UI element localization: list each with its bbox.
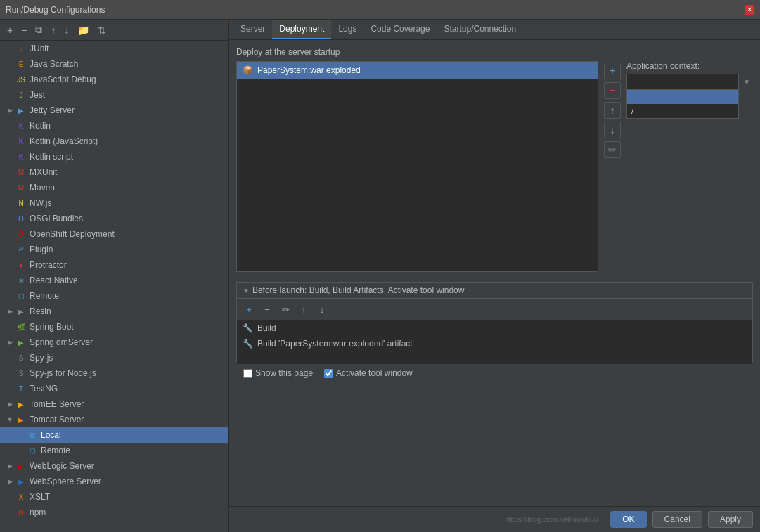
- item-icon-jetty-server: ▶: [15, 105, 27, 116]
- activate-tool-checkbox[interactable]: [324, 369, 333, 378]
- dropdown-option-slash[interactable]: /: [627, 104, 738, 118]
- item-icon-plugin: P: [15, 244, 27, 255]
- deploy-item-icon-paper-system: 📦: [243, 65, 253, 75]
- sidebar-item-remote-tomcat[interactable]: ⬡Remote: [0, 443, 228, 458]
- item-label-testng: TestNG: [30, 384, 58, 394]
- remove-config-button[interactable]: −: [18, 23, 30, 37]
- cancel-button[interactable]: Cancel: [652, 511, 702, 528]
- sidebar-item-xslt[interactable]: XXSLT: [0, 489, 228, 505]
- sidebar-item-weblogic[interactable]: ▶▶WebLogic Server: [0, 458, 228, 474]
- expand-arrow-icon: ▶: [6, 477, 14, 486]
- sidebar-item-maven[interactable]: MMaven: [0, 180, 228, 195]
- item-label-react-native: React Native: [30, 275, 78, 285]
- tab-logs[interactable]: Logs: [331, 20, 363, 39]
- sidebar-item-openshift[interactable]: OOpenShift Deployment: [0, 226, 228, 242]
- item-icon-resin: ▶: [15, 306, 27, 317]
- item-label-remote-tomcat: Remote: [41, 446, 70, 455]
- expand-arrow-icon: ▶: [6, 400, 14, 408]
- apply-button[interactable]: Apply: [708, 511, 753, 528]
- sidebar-item-spring-dmserver[interactable]: ▶▶Spring dmServer: [0, 335, 228, 350]
- before-launch-down-button[interactable]: ↓: [314, 301, 330, 317]
- item-icon-weblogic: ▶: [15, 460, 27, 472]
- sidebar-item-jetty-server[interactable]: ▶▶Jetty Server: [0, 103, 228, 118]
- show-page-checkbox[interactable]: [243, 369, 252, 378]
- sidebar-item-osgi-bundles[interactable]: OOSGi Bundles: [0, 211, 228, 226]
- item-label-tomcat-server: Tomcat Server: [30, 415, 84, 424]
- before-launch-add-button[interactable]: +: [241, 301, 257, 317]
- move-up-button[interactable]: ↑: [48, 23, 58, 37]
- sidebar-item-tomee[interactable]: ▶▶TomEE Server: [0, 396, 228, 412]
- sidebar-item-resin[interactable]: ▶▶Resin: [0, 304, 228, 319]
- item-icon-remote: ⬡: [15, 290, 27, 301]
- before-launch-remove-button[interactable]: −: [259, 301, 275, 317]
- watermark: https://blog.csdn.net/knxu666: [506, 516, 598, 524]
- sidebar-item-websphere[interactable]: ▶▶WebSphere Server: [0, 474, 228, 489]
- sidebar-item-jest[interactable]: JJest: [0, 87, 228, 103]
- deploy-list: 📦PaperSystem:war exploded: [236, 61, 598, 272]
- sidebar-item-spy-js-nodejs[interactable]: SSpy-js for Node.js: [0, 365, 228, 381]
- item-icon-jest: J: [15, 89, 27, 100]
- before-launch-section: ▼ Before launch: Build, Build Artifacts,…: [236, 282, 753, 363]
- dropdown-option-empty[interactable]: [627, 90, 738, 104]
- sidebar-item-kotlin[interactable]: KKotlin: [0, 118, 228, 134]
- add-config-button[interactable]: +: [4, 23, 15, 37]
- deploy-add-button[interactable]: +: [604, 63, 621, 79]
- tab-server[interactable]: Server: [233, 20, 272, 39]
- deploy-item-paper-system[interactable]: 📦PaperSystem:war exploded: [237, 62, 598, 79]
- before-launch-title: Before launch: Build, Build Artifacts, A…: [252, 285, 465, 295]
- deploy-actions: + − ↑ ↓ ✏: [604, 61, 621, 272]
- deploy-down-button[interactable]: ↓: [604, 122, 621, 138]
- item-icon-websphere: ▶: [15, 476, 27, 487]
- sidebar-item-tomcat-server[interactable]: ▼▶Tomcat Server: [0, 412, 228, 427]
- sidebar-item-local[interactable]: 🖥Local: [0, 427, 228, 443]
- app-context-dropdown[interactable]: / ▼ /: [626, 74, 753, 89]
- sidebar-item-mxunit[interactable]: MMXUnit: [0, 164, 228, 180]
- close-button[interactable]: ✕: [745, 5, 754, 15]
- item-label-spring-boot: Spring Boot: [30, 322, 74, 332]
- tab-code-coverage[interactable]: Code Coverage: [363, 20, 437, 39]
- deploy-up-button[interactable]: ↑: [604, 102, 621, 119]
- item-icon-spy-js-nodejs: S: [15, 368, 27, 379]
- sidebar-item-protractor[interactable]: ●Protractor: [0, 257, 228, 273]
- sidebar-item-spy-js[interactable]: SSpy-js: [0, 350, 228, 365]
- before-launch-header[interactable]: ▼ Before launch: Build, Build Artifacts,…: [237, 283, 752, 299]
- sidebar-item-spring-boot[interactable]: 🌿Spring Boot: [0, 319, 228, 335]
- sidebar-item-plugin[interactable]: PPlugin: [0, 242, 228, 257]
- sidebar-item-remote[interactable]: ⬡Remote: [0, 288, 228, 304]
- folder-button[interactable]: 📁: [75, 23, 92, 37]
- sidebar-item-java-scratch[interactable]: EJava Scratch: [0, 56, 228, 72]
- title-bar: Run/Debug Configurations ✕: [0, 0, 760, 20]
- app-context-select[interactable]: /: [626, 74, 739, 89]
- activate-tool-check[interactable]: Activate tool window: [324, 368, 413, 378]
- deploy-remove-button[interactable]: −: [604, 82, 621, 99]
- tabs-bar: ServerDeploymentLogsCode CoverageStartup…: [229, 20, 760, 40]
- before-launch-up-button[interactable]: ↑: [296, 301, 311, 317]
- before-launch-icon-build: 🔧: [243, 323, 253, 333]
- before-launch-arrow-icon: ▼: [243, 287, 250, 294]
- ok-button[interactable]: OK: [610, 511, 646, 528]
- sort-button[interactable]: ⇅: [95, 23, 109, 37]
- show-page-check[interactable]: Show this page: [243, 368, 313, 378]
- sidebar-list: JJUnitEJava ScratchJSJavaScript DebugJJe…: [0, 41, 228, 532]
- sidebar-item-testng[interactable]: TTestNG: [0, 381, 228, 396]
- sidebar-item-npm[interactable]: Nnpm: [0, 505, 228, 520]
- sidebar-item-react-native[interactable]: ⚛React Native: [0, 273, 228, 288]
- expand-arrow-icon: ▶: [6, 462, 14, 470]
- deploy-edit-button[interactable]: ✏: [604, 141, 621, 158]
- sidebar-item-kotlin-script[interactable]: KKotlin script: [0, 149, 228, 164]
- item-icon-maven: M: [15, 182, 27, 193]
- sidebar-item-nwjs[interactable]: NNW.js: [0, 195, 228, 211]
- move-down-button[interactable]: ↓: [61, 23, 72, 37]
- copy-config-button[interactable]: ⧉: [32, 22, 45, 37]
- expand-arrow-icon: ▶: [6, 106, 14, 115]
- expand-arrow-icon: ▶: [6, 338, 14, 346]
- sidebar-item-kotlin-javascript[interactable]: KKotlin (JavaScript): [0, 134, 228, 149]
- item-icon-junit: J: [15, 43, 27, 54]
- sidebar-item-javascript-debug[interactable]: JSJavaScript Debug: [0, 72, 228, 87]
- item-icon-local: 🖥: [27, 429, 38, 441]
- before-launch-edit-button[interactable]: ✏: [278, 301, 293, 317]
- tab-deployment[interactable]: Deployment: [272, 20, 331, 39]
- item-label-websphere: WebSphere Server: [30, 476, 101, 486]
- tab-startup-connection[interactable]: Startup/Connection: [437, 20, 523, 39]
- sidebar-item-junit[interactable]: JJUnit: [0, 41, 228, 56]
